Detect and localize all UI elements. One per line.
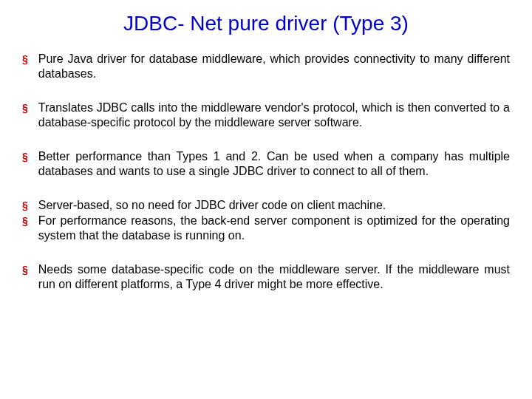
bullet-icon: § — [22, 149, 28, 165]
list-item: § Translates JDBC calls into the middlew… — [22, 100, 510, 130]
bullet-text: Server-based, so no need for JDBC driver… — [38, 198, 510, 213]
bullet-icon: § — [22, 262, 28, 278]
list-item: § Server-based, so no need for JDBC driv… — [22, 198, 510, 214]
list-item: § Pure Java driver for database middlewa… — [22, 52, 510, 81]
bullet-text: Pure Java driver for database middleware… — [38, 52, 510, 81]
list-item: § Needs some database-specific code on t… — [22, 262, 510, 292]
bullet-icon: § — [22, 100, 28, 116]
bullet-text: Needs some database-specific code on the… — [38, 262, 510, 292]
bullet-icon: § — [22, 198, 28, 214]
bullet-list: § Pure Java driver for database middlewa… — [22, 52, 510, 292]
bullet-icon: § — [22, 52, 28, 67]
bullet-text: For performance reasons, the back-end se… — [38, 214, 510, 243]
slide-title: JDBC- Net pure driver (Type 3) — [22, 12, 510, 35]
list-item: § Better performance than Types 1 and 2.… — [22, 149, 510, 179]
bullet-icon: § — [22, 214, 28, 229]
bullet-text: Translates JDBC calls into the middlewar… — [38, 100, 510, 130]
bullet-text: Better performance than Types 1 and 2. C… — [38, 149, 510, 179]
list-item: § For performance reasons, the back-end … — [22, 214, 510, 243]
